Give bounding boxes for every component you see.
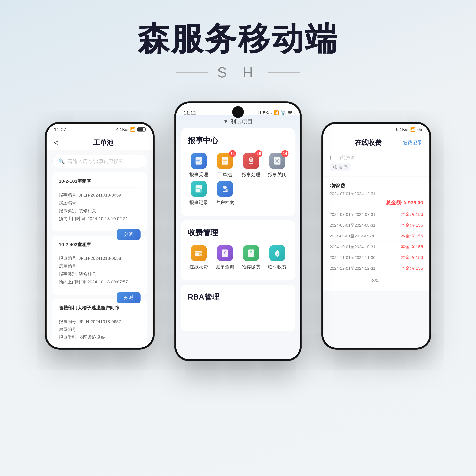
section-shoufei-title: 收费管理 [188, 228, 288, 238]
svg-text:¥: ¥ [250, 251, 252, 255]
right-topbar-title: 在线收费 [355, 138, 382, 147]
center-topbar-title: 测试项目 [231, 118, 253, 125]
filter-tags: 收 治 亭 [330, 163, 423, 171]
right-status-bar: 0.1K/s 📶 65 [323, 124, 429, 135]
phone-right: 0.1K/s 📶 65 ○ 在线收费 缴费记录 目 当前资源 [322, 122, 431, 349]
center-time: 11:12 [184, 110, 196, 116]
work-card-1: 10-2-101室租客 报事编号: JFLH-20241018-0659 房屋编… [52, 172, 147, 231]
work-info-id-1: 报事编号: JFLH-20241018-0659 [59, 191, 140, 199]
icon-item-dangan[interactable]: 🔍 客户档案 [214, 181, 236, 206]
icon-item-yucun[interactable]: ¥ 预存缴费 [240, 245, 262, 270]
center-status-icons: 11.5K/s 📶 📡 65 [257, 110, 292, 115]
fee-total: 总金额: ¥ 936.00 [330, 200, 423, 206]
work-info-id-2: 报事编号: JFLH-20241018-0658 [59, 255, 140, 262]
phone-right-screen: 0.1K/s 📶 65 ○ 在线收费 缴费记录 目 当前资源 [323, 124, 429, 348]
fee-row-date-1: 2024-07-01至2024-07-31 [330, 212, 375, 217]
work-card-2: 10-2-402室租客 报事编号: JFLH-20241018-0658 房屋编… [52, 236, 147, 295]
filter-tag-placeholder: 收 治 亭 [330, 163, 351, 171]
section-rba-title: RBA管理 [188, 292, 288, 302]
fee-row-4: 2024-10-01至2024-10-31 本金: ¥ 156 [330, 241, 423, 252]
sh-line-left [176, 72, 208, 73]
svg-point-9 [250, 159, 252, 161]
svg-rect-3 [196, 161, 199, 162]
center-network: 11.5K/s [257, 110, 272, 115]
svg-text:¥: ¥ [200, 253, 201, 255]
left-network: 4.1K/s [116, 127, 128, 132]
fee-row-amount-6: 本金: ¥ 156 [401, 265, 423, 271]
icon-label-gongdanchi: 工单池 [218, 171, 232, 178]
fee-row-date-2: 2024-08-01至2024-08-31 [330, 222, 375, 228]
icon-item-baoshi-shouli[interactable]: 报事受理 [188, 153, 210, 178]
back-button[interactable]: < [54, 138, 58, 147]
phone-center: 11:12 11.5K/s 📶 📡 65 ▼ 测试项目 报事中心 [175, 102, 301, 361]
fee-row-amount-4: 本金: ¥ 156 [401, 244, 423, 250]
fee-row-3: 2024-09-01至2024-09-30 本金: ¥ 156 [330, 231, 423, 241]
icon-wrap-chuli: 45 [243, 153, 259, 169]
svg-text:¥: ¥ [224, 251, 226, 255]
badge-chuli: 45 [255, 150, 262, 157]
center-battery-text: 65 [288, 110, 292, 115]
badge-gongdanchi: 54 [229, 150, 236, 157]
dispatch-btn-2[interactable]: 分派 [117, 292, 140, 303]
fee-row-date-4: 2024-10-01至2024-10-31 [330, 244, 375, 250]
icon-label-guanbi: 报事关闭 [268, 171, 287, 178]
fee-row-1: 2024-07-01至2024-07-31 本金: ¥ 156 [330, 209, 423, 220]
page-title: 森服务移动端 [0, 17, 476, 61]
left-content: 11:07 4.1K/s 📶 < 工单池 🔍 请输入房号/报事内容搜索 [47, 124, 153, 348]
svg-rect-5 [222, 159, 227, 159]
icon-label-zhangdan: 账单查询 [216, 264, 234, 270]
baoshi-icon-grid: 报事受理 54 工单池 [188, 153, 288, 178]
baoshi-icon-grid-2: 报事记录 🔍 客户档案 [188, 181, 288, 206]
fee-row-5: 2024-11-01至2024-11-30 本金: ¥ 156 [330, 252, 423, 263]
svg-rect-17 [196, 188, 201, 189]
icon-item-guanbi[interactable]: 14 报事关闭 [266, 153, 288, 178]
filter-label-current: 当前资源 [337, 155, 354, 161]
icon-wrap-guanbi: 14 [269, 153, 285, 169]
search-icon: 🔍 [58, 158, 65, 164]
fee-card-main: 物管费 2024-07-01至2024-12-31 总金额: ¥ 936.00 … [323, 177, 429, 291]
right-topbar-link[interactable]: 缴费记录 [402, 139, 422, 146]
left-topbar-title: 工单池 [61, 138, 145, 147]
badge-guanbi: 14 [281, 150, 289, 157]
icon-jilu [191, 181, 207, 197]
icon-wrap-zhangdan: ¥ [217, 245, 233, 261]
svg-rect-16 [196, 187, 201, 187]
search-bar[interactable]: 🔍 请输入房号/报事内容搜索 [52, 155, 147, 168]
left-time: 11:07 [54, 127, 66, 132]
svg-rect-18 [196, 190, 199, 190]
icon-wrap-dangan: 🔍 [217, 181, 233, 197]
icon-wrap-shouli [191, 153, 207, 169]
svg-rect-6 [222, 160, 227, 161]
icon-zhangdan: ¥ [217, 245, 233, 261]
work-info-room-1: 房屋编号: [59, 199, 140, 207]
icon-linshi [269, 245, 285, 261]
center-signal-icon: 📶 [273, 110, 279, 115]
section-baoshi-title: 报事中心 [188, 136, 288, 146]
section-rba: RBA管理 [181, 285, 295, 331]
fee-row-date-6: 2024-12-01至2024-12-31 [330, 266, 375, 271]
icon-item-jilu[interactable]: 报事记录 [188, 181, 210, 206]
svg-rect-0 [196, 157, 202, 165]
icon-item-zhangdan[interactable]: ¥ 账单查询 [214, 245, 236, 270]
work-card-header-3: 售楼部门大楼子逃逃窗户间隙 [59, 305, 140, 314]
fee-row-date-5: 2024-11-01至2024-11-30 [330, 255, 375, 260]
shoufei-icon-grid: ¥ 在线收费 ¥ 账单查询 [188, 245, 288, 270]
icon-item-gongdanchi[interactable]: 54 工单池 [214, 153, 236, 178]
svg-rect-19 [200, 189, 202, 192]
collapse-btn[interactable]: 收起∧ [330, 274, 423, 286]
center-topbar-arrow: ▼ [223, 119, 228, 124]
right-content: 0.1K/s 📶 65 ○ 在线收费 缴费记录 目 当前资源 [323, 124, 429, 348]
work-info-cat-3: 报事类别: 公区设施设备 [59, 333, 140, 341]
fee-row-amount-5: 本金: ¥ 156 [401, 255, 423, 261]
icon-item-chuli[interactable]: 45 报事处理 [240, 153, 262, 178]
fee-card-name: 物管费 [330, 182, 423, 189]
dispatch-btn-1[interactable]: 分派 [117, 229, 140, 240]
right-topbar: ○ 在线收费 缴费记录 [323, 135, 429, 150]
icon-wrap-zaixian: ¥ [191, 245, 207, 261]
icon-wrap-jilu [191, 181, 207, 197]
work-info-room-3: 房屋编号: [59, 325, 140, 333]
work-info-time-1: 预约上门时间: 2024-10-18 10:02:21 [59, 215, 140, 222]
icon-item-linshi[interactable]: 临时收费 [266, 245, 288, 270]
fee-card-date: 2024-07-01至2024-12-31 [330, 191, 423, 197]
icon-item-zaixian[interactable]: ¥ 在线收费 [188, 245, 210, 270]
